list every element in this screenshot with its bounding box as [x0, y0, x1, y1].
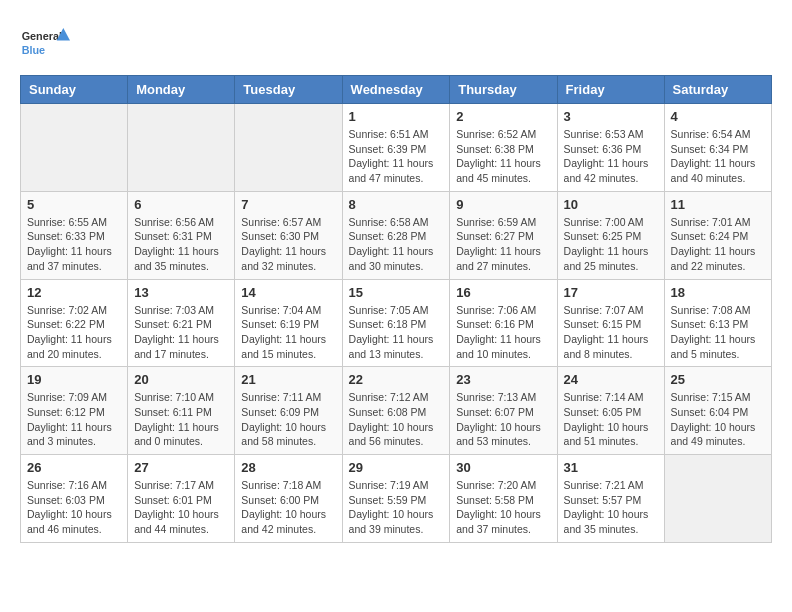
page-header: General Blue	[20, 20, 772, 65]
day-number: 10	[564, 197, 658, 212]
day-number: 19	[27, 372, 121, 387]
day-cell: 12Sunrise: 7:02 AM Sunset: 6:22 PM Dayli…	[21, 279, 128, 367]
day-cell: 24Sunrise: 7:14 AM Sunset: 6:05 PM Dayli…	[557, 367, 664, 455]
day-number: 20	[134, 372, 228, 387]
weekday-header-thursday: Thursday	[450, 76, 557, 104]
day-number: 27	[134, 460, 228, 475]
day-number: 17	[564, 285, 658, 300]
day-number: 28	[241, 460, 335, 475]
day-cell	[664, 455, 771, 543]
day-cell: 5Sunrise: 6:55 AM Sunset: 6:33 PM Daylig…	[21, 191, 128, 279]
day-number: 1	[349, 109, 444, 124]
weekday-header-saturday: Saturday	[664, 76, 771, 104]
day-cell: 31Sunrise: 7:21 AM Sunset: 5:57 PM Dayli…	[557, 455, 664, 543]
day-info: Sunrise: 7:08 AM Sunset: 6:13 PM Dayligh…	[671, 303, 765, 362]
day-cell: 20Sunrise: 7:10 AM Sunset: 6:11 PM Dayli…	[128, 367, 235, 455]
day-info: Sunrise: 7:15 AM Sunset: 6:04 PM Dayligh…	[671, 390, 765, 449]
day-info: Sunrise: 7:05 AM Sunset: 6:18 PM Dayligh…	[349, 303, 444, 362]
day-info: Sunrise: 7:00 AM Sunset: 6:25 PM Dayligh…	[564, 215, 658, 274]
calendar-table: SundayMondayTuesdayWednesdayThursdayFrid…	[20, 75, 772, 543]
day-info: Sunrise: 7:13 AM Sunset: 6:07 PM Dayligh…	[456, 390, 550, 449]
svg-text:Blue: Blue	[22, 44, 45, 56]
day-number: 18	[671, 285, 765, 300]
day-number: 31	[564, 460, 658, 475]
day-number: 3	[564, 109, 658, 124]
day-cell: 30Sunrise: 7:20 AM Sunset: 5:58 PM Dayli…	[450, 455, 557, 543]
day-number: 25	[671, 372, 765, 387]
day-number: 7	[241, 197, 335, 212]
day-number: 13	[134, 285, 228, 300]
logo: General Blue	[20, 20, 70, 65]
day-info: Sunrise: 7:16 AM Sunset: 6:03 PM Dayligh…	[27, 478, 121, 537]
week-row-5: 26Sunrise: 7:16 AM Sunset: 6:03 PM Dayli…	[21, 455, 772, 543]
day-number: 29	[349, 460, 444, 475]
day-info: Sunrise: 7:07 AM Sunset: 6:15 PM Dayligh…	[564, 303, 658, 362]
weekday-header-tuesday: Tuesday	[235, 76, 342, 104]
day-info: Sunrise: 7:14 AM Sunset: 6:05 PM Dayligh…	[564, 390, 658, 449]
day-number: 14	[241, 285, 335, 300]
day-number: 9	[456, 197, 550, 212]
day-info: Sunrise: 6:56 AM Sunset: 6:31 PM Dayligh…	[134, 215, 228, 274]
day-info: Sunrise: 7:19 AM Sunset: 5:59 PM Dayligh…	[349, 478, 444, 537]
day-info: Sunrise: 7:18 AM Sunset: 6:00 PM Dayligh…	[241, 478, 335, 537]
day-cell: 9Sunrise: 6:59 AM Sunset: 6:27 PM Daylig…	[450, 191, 557, 279]
day-info: Sunrise: 6:59 AM Sunset: 6:27 PM Dayligh…	[456, 215, 550, 274]
weekday-header-monday: Monday	[128, 76, 235, 104]
logo-svg: General Blue	[20, 20, 70, 65]
day-number: 30	[456, 460, 550, 475]
day-number: 21	[241, 372, 335, 387]
week-row-1: 1Sunrise: 6:51 AM Sunset: 6:39 PM Daylig…	[21, 104, 772, 192]
day-cell: 10Sunrise: 7:00 AM Sunset: 6:25 PM Dayli…	[557, 191, 664, 279]
day-cell	[21, 104, 128, 192]
day-cell: 18Sunrise: 7:08 AM Sunset: 6:13 PM Dayli…	[664, 279, 771, 367]
day-cell	[128, 104, 235, 192]
day-cell: 7Sunrise: 6:57 AM Sunset: 6:30 PM Daylig…	[235, 191, 342, 279]
day-cell: 2Sunrise: 6:52 AM Sunset: 6:38 PM Daylig…	[450, 104, 557, 192]
day-number: 6	[134, 197, 228, 212]
day-info: Sunrise: 7:10 AM Sunset: 6:11 PM Dayligh…	[134, 390, 228, 449]
day-info: Sunrise: 6:52 AM Sunset: 6:38 PM Dayligh…	[456, 127, 550, 186]
day-cell: 22Sunrise: 7:12 AM Sunset: 6:08 PM Dayli…	[342, 367, 450, 455]
day-number: 4	[671, 109, 765, 124]
day-info: Sunrise: 6:55 AM Sunset: 6:33 PM Dayligh…	[27, 215, 121, 274]
day-cell: 15Sunrise: 7:05 AM Sunset: 6:18 PM Dayli…	[342, 279, 450, 367]
weekday-header-friday: Friday	[557, 76, 664, 104]
day-number: 23	[456, 372, 550, 387]
svg-text:General: General	[22, 30, 62, 42]
week-row-3: 12Sunrise: 7:02 AM Sunset: 6:22 PM Dayli…	[21, 279, 772, 367]
day-cell	[235, 104, 342, 192]
day-cell: 19Sunrise: 7:09 AM Sunset: 6:12 PM Dayli…	[21, 367, 128, 455]
day-number: 11	[671, 197, 765, 212]
day-number: 26	[27, 460, 121, 475]
day-number: 22	[349, 372, 444, 387]
day-info: Sunrise: 7:12 AM Sunset: 6:08 PM Dayligh…	[349, 390, 444, 449]
day-info: Sunrise: 7:21 AM Sunset: 5:57 PM Dayligh…	[564, 478, 658, 537]
day-number: 16	[456, 285, 550, 300]
weekday-header-wednesday: Wednesday	[342, 76, 450, 104]
day-cell: 16Sunrise: 7:06 AM Sunset: 6:16 PM Dayli…	[450, 279, 557, 367]
day-cell: 23Sunrise: 7:13 AM Sunset: 6:07 PM Dayli…	[450, 367, 557, 455]
day-cell: 4Sunrise: 6:54 AM Sunset: 6:34 PM Daylig…	[664, 104, 771, 192]
day-number: 2	[456, 109, 550, 124]
day-info: Sunrise: 7:06 AM Sunset: 6:16 PM Dayligh…	[456, 303, 550, 362]
day-info: Sunrise: 7:01 AM Sunset: 6:24 PM Dayligh…	[671, 215, 765, 274]
week-row-4: 19Sunrise: 7:09 AM Sunset: 6:12 PM Dayli…	[21, 367, 772, 455]
day-cell: 13Sunrise: 7:03 AM Sunset: 6:21 PM Dayli…	[128, 279, 235, 367]
day-info: Sunrise: 7:11 AM Sunset: 6:09 PM Dayligh…	[241, 390, 335, 449]
day-cell: 6Sunrise: 6:56 AM Sunset: 6:31 PM Daylig…	[128, 191, 235, 279]
weekday-header-sunday: Sunday	[21, 76, 128, 104]
day-info: Sunrise: 7:02 AM Sunset: 6:22 PM Dayligh…	[27, 303, 121, 362]
day-cell: 17Sunrise: 7:07 AM Sunset: 6:15 PM Dayli…	[557, 279, 664, 367]
day-cell: 21Sunrise: 7:11 AM Sunset: 6:09 PM Dayli…	[235, 367, 342, 455]
day-cell: 25Sunrise: 7:15 AM Sunset: 6:04 PM Dayli…	[664, 367, 771, 455]
day-number: 5	[27, 197, 121, 212]
day-cell: 1Sunrise: 6:51 AM Sunset: 6:39 PM Daylig…	[342, 104, 450, 192]
day-cell: 27Sunrise: 7:17 AM Sunset: 6:01 PM Dayli…	[128, 455, 235, 543]
day-info: Sunrise: 6:58 AM Sunset: 6:28 PM Dayligh…	[349, 215, 444, 274]
day-cell: 14Sunrise: 7:04 AM Sunset: 6:19 PM Dayli…	[235, 279, 342, 367]
day-number: 15	[349, 285, 444, 300]
day-number: 8	[349, 197, 444, 212]
day-info: Sunrise: 6:54 AM Sunset: 6:34 PM Dayligh…	[671, 127, 765, 186]
week-row-2: 5Sunrise: 6:55 AM Sunset: 6:33 PM Daylig…	[21, 191, 772, 279]
day-cell: 28Sunrise: 7:18 AM Sunset: 6:00 PM Dayli…	[235, 455, 342, 543]
